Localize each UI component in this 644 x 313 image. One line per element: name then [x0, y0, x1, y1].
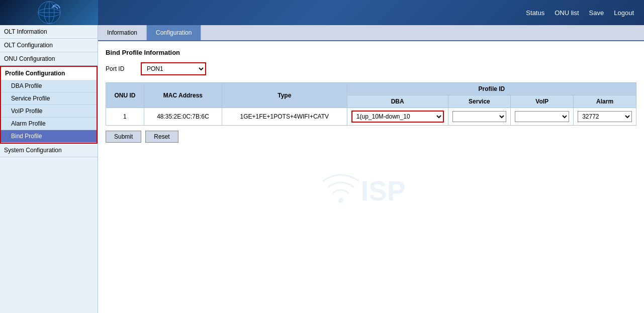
col-alarm: Alarm [574, 95, 636, 108]
sidebar-item-system-configuration[interactable]: System Configuration [0, 144, 98, 157]
isp-watermark-icon: ISP [296, 158, 446, 218]
save-link[interactable]: Save [589, 9, 604, 17]
status-link[interactable]: Status [526, 9, 544, 17]
service-select[interactable] [452, 111, 507, 122]
sidebar-item-alarm-profile[interactable]: Alarm Profile [1, 118, 97, 130]
port-id-select[interactable]: PON1 PON2 PON3 PON4 [141, 62, 206, 75]
bind-profile-table: ONU ID MAC Address Type Profile ID DBA S… [106, 82, 636, 126]
sidebar-item-service-profile[interactable]: Service Profile [1, 92, 97, 105]
col-service: Service [448, 95, 511, 108]
top-header: Status ONU list Save Logout [0, 0, 644, 25]
main-content: Bind Profile Information Port ID PON1 PO… [98, 41, 644, 313]
col-profile-id: Profile ID [347, 83, 636, 95]
isp-text: ISP [361, 175, 406, 206]
top-nav: Status ONU list Save Logout [526, 9, 634, 17]
col-voip: VoIP [511, 95, 574, 108]
sidebar-item-olt-configuration[interactable]: OLT Configuration [0, 39, 98, 52]
svg-point-5 [338, 198, 343, 203]
port-id-row: Port ID PON1 PON2 PON3 PON4 [106, 62, 636, 75]
tab-information[interactable]: Information [98, 25, 147, 40]
alarm-select[interactable]: 32772 [578, 111, 632, 122]
cell-type: 1GE+1FE+1POTS+4WIFI+CATV [222, 108, 347, 126]
sidebar-item-olt-information[interactable]: OLT Information [0, 25, 98, 39]
cell-mac-address: 48:35:2E:0C:7B:6C [144, 108, 222, 126]
col-type: Type [222, 83, 347, 108]
main-layout: OLT Information OLT Configuration ONU Co… [0, 25, 644, 313]
sidebar-item-dba-profile[interactable]: DBA Profile [1, 80, 97, 92]
cell-dba: 1(up_10M-down_10 [347, 108, 448, 126]
cell-alarm: 32772 [574, 108, 636, 126]
col-dba: DBA [347, 95, 448, 108]
col-mac-address: MAC Address [144, 83, 222, 108]
page-title: Bind Profile Information [106, 49, 636, 56]
cell-service [448, 108, 511, 126]
tab-bar: Information Configuration [98, 25, 644, 41]
cell-onu-id: 1 [106, 108, 144, 126]
voip-select[interactable] [515, 111, 569, 122]
logout-link[interactable]: Logout [614, 9, 634, 17]
button-row: Submit Reset [106, 131, 636, 143]
watermark-area: ISP [106, 158, 636, 218]
onu-list-link[interactable]: ONU list [555, 9, 579, 17]
cell-voip [511, 108, 574, 126]
col-onu-id: ONU ID [106, 83, 144, 108]
dba-select[interactable]: 1(up_10M-down_10 [351, 111, 444, 123]
logo-globe-icon [37, 0, 62, 25]
logo-area [0, 0, 98, 25]
profile-configuration-title[interactable]: Profile Configuration [1, 67, 97, 80]
sidebar: OLT Information OLT Configuration ONU Co… [0, 25, 98, 313]
sidebar-item-onu-configuration[interactable]: ONU Configuration [0, 52, 98, 66]
profile-configuration-group: Profile Configuration DBA Profile Servic… [0, 66, 98, 144]
tab-configuration[interactable]: Configuration [147, 25, 201, 40]
table-row: 1 48:35:2E:0C:7B:6C 1GE+1FE+1POTS+4WIFI+… [106, 108, 636, 126]
sidebar-item-voip-profile[interactable]: VoIP Profile [1, 105, 97, 118]
port-id-label: Port ID [106, 65, 136, 72]
sidebar-item-bind-profile[interactable]: Bind Profile [1, 130, 97, 143]
reset-button[interactable]: Reset [145, 131, 178, 143]
content-area: Information Configuration Bind Profile I… [98, 25, 644, 313]
submit-button[interactable]: Submit [106, 131, 141, 143]
